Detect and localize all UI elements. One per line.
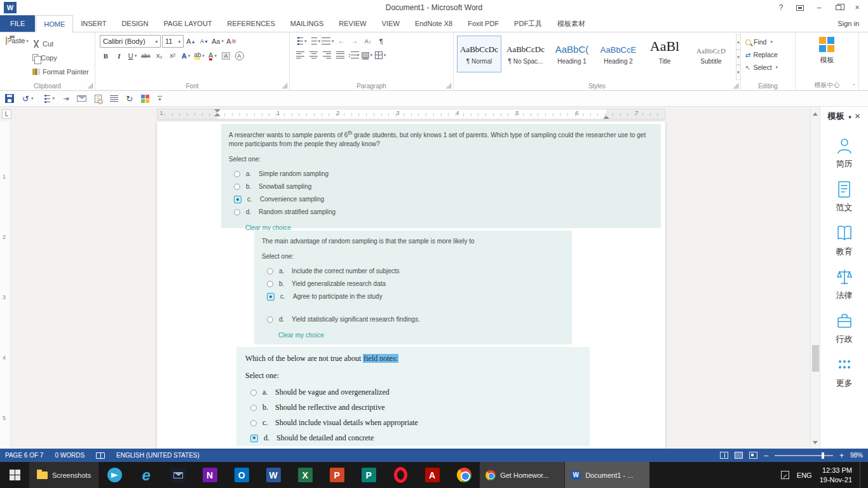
refresh-button[interactable]: ↻ (126, 94, 133, 104)
answer-option[interactable]: a.Include the correct number of subjects (262, 265, 564, 278)
taskbar-publisher[interactable]: P (353, 462, 384, 488)
align-right-button[interactable] (321, 49, 333, 61)
clipboard-dialog-launcher[interactable] (88, 83, 93, 88)
template-panel-close-button[interactable]: ✕ (854, 112, 860, 121)
sidebar-item-more[interactable]: 更多 (820, 355, 868, 389)
zoom-out-button[interactable]: – (764, 451, 768, 460)
numbering-button[interactable] (308, 35, 321, 47)
sort-button[interactable]: A↓ (362, 35, 374, 47)
help-button[interactable]: ? (771, 1, 790, 15)
first-line-indent-marker[interactable] (214, 109, 220, 112)
align-center-button[interactable] (308, 49, 320, 61)
document-page[interactable]: A researcher wants to sample parents of … (157, 121, 665, 449)
save-button[interactable] (5, 94, 14, 103)
taskbar-onenote[interactable]: N (194, 462, 226, 488)
line-spacing-button[interactable]: ↕ (348, 49, 360, 61)
font-family-select[interactable]: Calibri (Body) (100, 35, 161, 48)
collapse-ribbon-icon[interactable]: ⌃ (851, 83, 856, 89)
print-preview-button[interactable] (95, 95, 102, 103)
vertical-scrollbar[interactable] (810, 107, 820, 449)
find-button[interactable]: Find (743, 36, 793, 48)
web-layout-button[interactable] (749, 452, 757, 459)
word-count[interactable]: 0 WORDS (55, 452, 85, 459)
tab-view[interactable]: VIEW (374, 15, 407, 32)
clear-formatting-button[interactable]: A (225, 36, 237, 48)
undo-button[interactable]: ↺ (22, 94, 33, 104)
horizontal-ruler[interactable]: 1 1 2 3 4 5 6 7 (157, 109, 665, 119)
page-indicator[interactable]: PAGE 6 OF 7 (5, 452, 43, 459)
taskbar-mail[interactable] (162, 462, 194, 488)
answer-option[interactable]: c.Should include visual details when app… (245, 416, 581, 431)
tab-home[interactable]: HOME (36, 15, 73, 32)
vertical-ruler[interactable]: 1 2 3 4 5 (0, 121, 11, 449)
style-title[interactable]: AaBl Title (642, 36, 687, 72)
cut-button[interactable]: Cut (32, 37, 89, 50)
paragraph-dialog-launcher[interactable] (446, 83, 451, 88)
tab-mailings[interactable]: MAILINGS (283, 15, 332, 32)
answer-option[interactable]: b.Should be reflective and descriptive (245, 400, 581, 416)
bullet-list-button[interactable] (41, 95, 55, 102)
decrease-indent-button[interactable]: ← (336, 35, 348, 47)
align-left-button[interactable] (294, 49, 306, 61)
italic-button[interactable]: I (113, 50, 125, 62)
answer-option[interactable]: d.Random stratified sampling (229, 206, 653, 219)
read-mode-button[interactable] (720, 452, 728, 459)
bullets-button[interactable] (294, 35, 307, 47)
sign-in-link[interactable]: Sign in (837, 15, 868, 32)
taskbar-acrobat[interactable]: A (416, 462, 448, 488)
scroll-up-button[interactable] (811, 109, 820, 119)
scroll-down-button[interactable] (811, 438, 820, 447)
language-input-indicator[interactable]: ENG (797, 471, 812, 479)
multilevel-list-button[interactable] (322, 35, 334, 47)
restore-button[interactable] (829, 1, 848, 15)
answer-option[interactable]: d.Yield statistically significant resear… (262, 313, 564, 326)
answer-option[interactable]: b.Snowball sampling (229, 180, 653, 193)
taskbar-excel[interactable]: X (289, 462, 321, 488)
customize-qat-button[interactable]: ▼ (158, 96, 162, 102)
taskbar-word-window-button[interactable]: WDocument1 - ... (565, 462, 650, 488)
indent-button[interactable]: ⇥ (63, 95, 69, 103)
tab-design[interactable]: DESIGN (114, 15, 156, 32)
text-effects-button[interactable]: A (180, 50, 192, 62)
character-shading-button[interactable]: A (220, 50, 232, 62)
copy-button[interactable]: Copy (32, 51, 89, 64)
styles-scroll-down-button[interactable]: ▼ (736, 50, 741, 65)
justify-button[interactable] (334, 49, 346, 61)
answer-option-selected[interactable]: c.Convenience sampling (229, 193, 653, 206)
select-button[interactable]: ↖Select (743, 61, 793, 74)
start-button[interactable] (0, 462, 29, 488)
bold-button[interactable]: B (100, 50, 112, 62)
taskbar-clock[interactable]: 12:33 PM 19-Nov-21 (820, 466, 852, 484)
taskbar-internet-explorer[interactable]: e (130, 462, 162, 488)
quick-table-button[interactable] (141, 95, 149, 103)
shrink-font-button[interactable]: A▼ (198, 36, 210, 48)
zoom-in-button[interactable]: + (839, 451, 844, 460)
zoom-slider-thumb[interactable] (822, 452, 824, 459)
taskbar-telegram[interactable] (98, 462, 130, 488)
zoom-percentage[interactable]: 98% (850, 452, 863, 459)
clear-my-choice-link[interactable]: Clear my choice (278, 331, 324, 340)
styles-scroll-up-button[interactable]: ▲ (736, 34, 741, 50)
style-normal[interactable]: AaBbCcDc ¶ Normal (457, 36, 501, 72)
paste-button[interactable]: Paste (2, 34, 32, 80)
replace-button[interactable]: ⇄Replace (743, 48, 793, 61)
template-button[interactable]: 模板 (797, 37, 857, 65)
tab-template-material[interactable]: 模板素材 (550, 15, 593, 32)
superscript-button[interactable]: X² (166, 50, 179, 62)
style-heading-2[interactable]: AaBbCcE Heading 2 (596, 36, 641, 72)
font-dialog-launcher[interactable] (282, 83, 287, 88)
tab-insert[interactable]: INSERT (73, 15, 114, 32)
ribbon-display-options-button[interactable] (790, 1, 810, 15)
style-subtitle[interactable]: AaBbCcD Subtitle (689, 36, 733, 72)
highlight-color-button[interactable]: ab (193, 50, 205, 62)
taskbar-word[interactable]: W (257, 462, 289, 488)
show-hide-marks-button[interactable]: ¶ (376, 35, 388, 47)
tab-file[interactable]: FILE (0, 15, 35, 32)
taskbar-outlook[interactable]: O (226, 462, 257, 488)
tab-endnote[interactable]: EndNote X8 (407, 15, 460, 32)
print-button[interactable] (77, 95, 86, 102)
sidebar-item-sample-docs[interactable]: 范文 (820, 180, 868, 214)
taskbar-opera[interactable] (384, 462, 416, 488)
sidebar-item-education[interactable]: 教育 (820, 224, 868, 257)
shading-button[interactable] (361, 49, 373, 61)
